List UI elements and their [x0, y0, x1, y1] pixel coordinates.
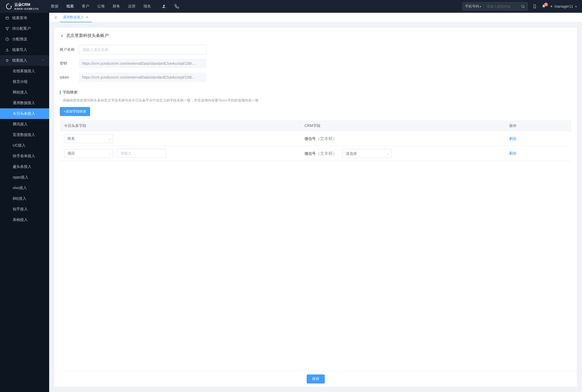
nav-item-signup[interactable]: 报名	[144, 4, 151, 9]
notification-badge: 5	[544, 3, 548, 6]
save-button[interactable]: 保存	[307, 374, 325, 384]
breadcrumb: 北京昱新科技头条账户	[60, 33, 571, 39]
search-input[interactable]	[487, 5, 521, 8]
back-icon[interactable]	[60, 34, 64, 38]
search-box: 手机号码 ▾	[462, 2, 528, 11]
secret-label: 密钥	[60, 61, 79, 66]
col-action: 操作	[505, 120, 571, 131]
mobile-icon[interactable]	[533, 4, 537, 8]
nav-item-operation[interactable]: 运营	[128, 4, 136, 9]
tab-current[interactable]: 通用数据接入 ✕	[60, 13, 92, 22]
nav-item-finance[interactable]: 财务	[113, 4, 120, 9]
sidebar-sub-item[interactable]: B站接入	[0, 193, 49, 204]
toutiao-field-select[interactable]	[64, 134, 113, 143]
logo-subtext: 教育机构一站式服务云平台	[14, 7, 39, 10]
delete-button[interactable]: 删除	[509, 151, 517, 155]
crm-option-select[interactable]	[342, 149, 391, 158]
user-add-icon[interactable]	[162, 4, 166, 9]
sidebar-sub-item[interactable]: 快手表单接入	[0, 151, 49, 161]
svg-point-0	[11, 6, 12, 7]
secret-input	[79, 59, 206, 68]
crm-field-name: 微信号	[305, 137, 316, 141]
col-toutiao: 今日头条字段	[60, 120, 300, 131]
crm-field-name: 微信号	[305, 151, 316, 156]
svg-point-3	[522, 5, 524, 7]
table-row: ⌄ 微信号（文本框） ⌄ 删除	[60, 146, 571, 161]
nav-item-clue[interactable]: 线索	[66, 4, 74, 9]
svg-marker-8	[6, 27, 9, 30]
footer-bar: 保存	[54, 371, 577, 387]
toutiao-field-select[interactable]	[64, 149, 113, 158]
nav-item-data[interactable]: 数据	[51, 4, 58, 9]
app-header: 云朵CRM 教育机构一站式服务云平台 数据 线索 客户 公海 财务 运营 报名 …	[0, 0, 582, 13]
sidebar-sub-item[interactable]: 百度数据接入	[0, 130, 49, 140]
sidebar-sub-item[interactable]: vivo接入	[0, 183, 49, 193]
page-title: 北京昱新科技头条账户	[66, 33, 109, 39]
nav-item-public[interactable]: 公海	[97, 4, 105, 9]
sidebar: 线索查询 待分配客户 分配情况 线索导入 线索接入 ⌃ 在线客服接入留言分组网校…	[0, 13, 49, 392]
status-dot	[551, 6, 552, 7]
token-input	[79, 73, 206, 82]
bell-icon[interactable]: 5	[542, 4, 546, 8]
svg-rect-4	[534, 5, 536, 8]
account-input[interactable]	[79, 45, 206, 54]
list-icon	[5, 16, 9, 20]
main-content: 通用数据接入 ✕ 北京昱新科技头条账户 账户名称 密钥 to	[49, 13, 582, 392]
logo-text: 云朵CRM	[14, 2, 43, 7]
sidebar-sub-item[interactable]: 留言分组	[0, 76, 49, 87]
add-mapping-button[interactable]: +添加字段映射	[60, 107, 90, 116]
chevron-up-icon: ⌃	[42, 59, 44, 62]
top-nav: 数据 线索 客户 公海 财务 运营 报名	[51, 4, 179, 9]
section-desc: 请确保您在此填写的头条自定义字段名称与在今日头条平台中自定义的字段名称一致，并且…	[60, 98, 571, 103]
sidebar-item-clue-query[interactable]: 线索查询	[0, 13, 49, 23]
close-icon[interactable]: ✕	[86, 15, 88, 19]
search-type-select[interactable]: 手机号码 ▾	[465, 4, 484, 9]
crm-field-type: （文本框）	[316, 136, 337, 141]
sidebar-item-allocation[interactable]: 分配情况	[0, 34, 49, 45]
crm-field-type: （文本框）	[316, 151, 337, 156]
phone-icon[interactable]	[174, 4, 179, 9]
tabs-bar: 通用数据接入 ✕	[49, 13, 582, 22]
svg-rect-6	[6, 17, 9, 19]
username: manager11	[554, 4, 573, 8]
mapping-table: 今日头条字段 CRM字段 操作 ⌄	[60, 120, 571, 161]
col-crm: CRM字段	[300, 120, 505, 131]
sidebar-sub-item[interactable]: 趣头条接入	[0, 161, 49, 172]
sidebar-sub-item[interactable]: UC接入	[0, 140, 49, 151]
tabs-collapse-icon[interactable]	[52, 16, 60, 19]
sidebar-sub-item[interactable]: 美柚接入	[0, 215, 49, 225]
header-right: 手机号码 ▾ 5 manager11 ▾	[462, 2, 577, 11]
token-label: token	[60, 75, 79, 79]
nav-item-customer[interactable]: 客户	[82, 4, 89, 9]
plug-icon	[5, 59, 9, 62]
sidebar-sub-item[interactable]: 知乎接入	[0, 204, 49, 215]
sidebar-sub-item[interactable]: 在线客服接入	[0, 66, 49, 76]
toutiao-field-input[interactable]	[117, 149, 166, 158]
sidebar-sub-item[interactable]: 通用数据接入	[0, 98, 49, 108]
filter-icon	[5, 27, 9, 31]
sidebar-sub-item[interactable]: 今日头条接入	[0, 108, 49, 119]
search-icon[interactable]	[521, 5, 525, 8]
svg-point-1	[163, 5, 165, 6]
section-title: 字段映射	[63, 90, 78, 95]
app-logo: 云朵CRM 教育机构一站式服务云平台	[5, 2, 43, 11]
account-label: 账户名称	[60, 47, 79, 52]
chevron-down-icon: ▾	[575, 5, 577, 8]
sidebar-item-access[interactable]: 线索接入 ⌃	[0, 55, 49, 66]
section-bar	[60, 91, 61, 94]
sidebar-sub-item[interactable]: oppo接入	[0, 172, 49, 183]
sidebar-sub-item[interactable]: 腾讯接入	[0, 119, 49, 130]
sidebar-sub-item[interactable]: 网校接入	[0, 87, 49, 98]
user-menu[interactable]: manager11 ▾	[551, 4, 577, 8]
delete-button[interactable]: 删除	[509, 137, 517, 141]
sidebar-item-pending[interactable]: 待分配客户	[0, 23, 49, 34]
upload-icon	[5, 48, 9, 52]
logo-icon	[5, 3, 13, 10]
sidebar-item-import[interactable]: 线索导入	[0, 45, 49, 55]
table-row: ⌄ 微信号（文本框） 删除	[60, 131, 571, 146]
clock-icon	[5, 37, 9, 41]
